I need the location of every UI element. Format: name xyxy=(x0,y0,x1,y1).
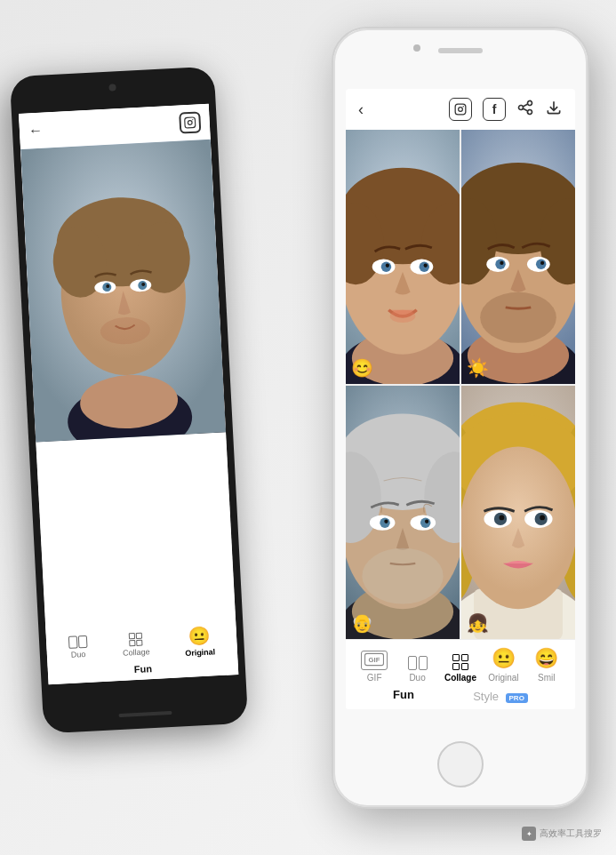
tab-smile[interactable]: 😄 Smil xyxy=(527,647,566,683)
android-phone: ← xyxy=(10,66,248,733)
original-emoji: 😐 xyxy=(188,625,211,647)
svg-rect-17 xyxy=(455,104,466,115)
iphone-content: ‹ f xyxy=(346,89,575,709)
style-row: Style PRO xyxy=(473,688,528,704)
gif-icon: GIF xyxy=(361,651,388,670)
download-button[interactable] xyxy=(545,99,563,121)
svg-point-47 xyxy=(480,292,556,343)
tab-gif[interactable]: GIF GIF xyxy=(355,651,394,683)
svg-point-61 xyxy=(362,547,443,603)
android-content: ← xyxy=(19,104,238,684)
svg-point-33 xyxy=(390,310,416,323)
watermark-icon: ✦ xyxy=(522,827,536,841)
pro-badge: PRO xyxy=(506,693,528,703)
collage-label: Collage xyxy=(123,647,150,658)
emoji-bottom-right: 👧 xyxy=(467,612,489,634)
instagram-button[interactable] xyxy=(449,98,472,121)
svg-point-46 xyxy=(540,261,544,265)
svg-point-72 xyxy=(500,515,505,520)
duo-label: Duo xyxy=(71,650,86,659)
duo-label-iphone: Duo xyxy=(409,673,425,683)
iphone-home-button[interactable] xyxy=(437,741,484,787)
photo-cell-bottom-left: 👴 xyxy=(346,386,460,640)
original-label: Original xyxy=(185,647,215,658)
android-face-photo xyxy=(20,140,226,443)
watermark-text: 高效率工具搜罗 xyxy=(540,827,602,840)
svg-point-1 xyxy=(188,121,192,125)
watermark: ✦ 高效率工具搜罗 xyxy=(522,827,602,841)
original-emoji-iphone: 😐 xyxy=(492,647,516,670)
duo-icon xyxy=(68,635,88,649)
svg-point-60 xyxy=(425,519,428,523)
svg-point-43 xyxy=(500,261,503,265)
svg-point-75 xyxy=(540,515,545,520)
android-back-icon[interactable]: ← xyxy=(28,123,44,140)
iphone-side-button xyxy=(588,188,589,233)
android-home-indicator xyxy=(118,711,172,717)
svg-rect-0 xyxy=(185,117,196,128)
original-label-iphone: Original xyxy=(488,673,518,683)
emoji-top-right: ☀️ xyxy=(467,357,489,379)
iphone-speaker xyxy=(438,48,483,53)
gif-label: GIF xyxy=(367,673,382,683)
android-toolbar: Duo Collage 😐 Original F xyxy=(45,616,238,684)
svg-point-32 xyxy=(424,264,428,268)
photo-cell-top-right: ☀️ xyxy=(461,130,575,384)
fun-label-iphone[interactable]: Fun xyxy=(393,688,414,704)
iphone-camera xyxy=(413,44,420,52)
duo-icon-iphone xyxy=(408,656,428,670)
svg-point-19 xyxy=(463,106,464,107)
android-tab-collage[interactable]: Collage xyxy=(122,632,150,658)
android-tab-duo[interactable]: Duo xyxy=(68,635,88,659)
android-camera xyxy=(108,84,116,91)
smile-emoji-iphone: 😄 xyxy=(534,647,558,670)
iphone: ‹ f xyxy=(332,27,589,809)
photo-cell-top-left: 😊 xyxy=(346,130,460,384)
android-screen: ← xyxy=(19,104,238,684)
android-instagram-icon[interactable] xyxy=(179,111,201,133)
iphone-tabs: GIF GIF Duo xyxy=(346,647,575,683)
iphone-header: ‹ f xyxy=(346,89,575,130)
emoji-bottom-left: 👴 xyxy=(351,612,373,634)
svg-point-2 xyxy=(192,119,193,120)
collage-icon-iphone xyxy=(452,654,468,670)
android-tab-original[interactable]: 😐 Original xyxy=(184,624,216,658)
tab-duo[interactable]: Duo xyxy=(398,656,437,683)
collage-icon xyxy=(129,632,143,646)
photo-grid: 😊 xyxy=(346,130,575,639)
photo-cell-bottom-right: 👧 xyxy=(461,386,575,640)
iphone-back-icon[interactable]: ‹ xyxy=(358,100,364,119)
facebook-button[interactable]: f xyxy=(483,98,506,121)
scene: ← xyxy=(0,0,616,855)
svg-point-57 xyxy=(384,519,388,523)
svg-text:GIF: GIF xyxy=(369,656,380,664)
share-button[interactable] xyxy=(516,99,534,121)
iphone-screen: ‹ f xyxy=(346,89,575,709)
collage-label-iphone: Collage xyxy=(444,673,476,683)
emoji-top-left: 😊 xyxy=(351,357,373,379)
smile-label-iphone: Smil xyxy=(538,673,555,683)
iphone-toolbar: GIF GIF Duo xyxy=(346,639,575,709)
svg-point-29 xyxy=(386,264,389,268)
tab-original[interactable]: 😐 Original xyxy=(484,647,523,683)
style-label-iphone[interactable]: Style xyxy=(473,690,499,703)
iphone-header-icons: f xyxy=(449,98,563,121)
svg-point-18 xyxy=(459,108,463,112)
fun-style-row: Fun Style PRO xyxy=(346,683,575,706)
tab-collage[interactable]: Collage xyxy=(441,654,480,683)
